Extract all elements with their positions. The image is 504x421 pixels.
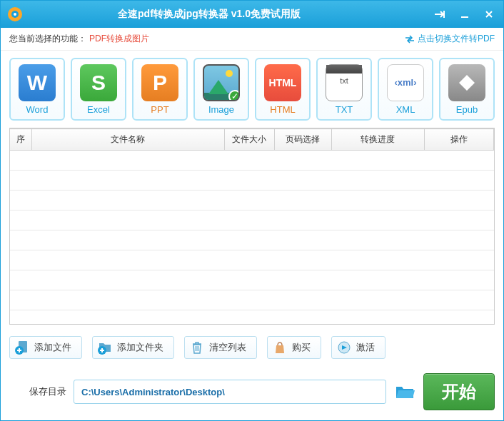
- shopping-bag-icon: [272, 340, 288, 355]
- window-title: 全速pdf转换成jpg转换器 v1.0免费试用版: [0, 8, 432, 21]
- action-buttons-row: 添加文件 添加文件夹 清空列表 购买 激活: [1, 332, 503, 367]
- save-dir-label: 保存目录: [29, 385, 66, 398]
- swap-icon: [405, 35, 415, 44]
- activate-button[interactable]: 激活: [331, 336, 385, 359]
- format-excel-label: Excel: [87, 104, 110, 115]
- format-txt-label: TXT: [336, 104, 353, 115]
- format-xml-button[interactable]: ‹xml› XML: [378, 58, 433, 121]
- txt-icon: txt: [326, 64, 363, 101]
- clear-list-button[interactable]: 清空列表: [184, 336, 257, 359]
- file-grid[interactable]: 序 文件名称 文件大小 页码选择 转换进度 操作: [9, 128, 495, 325]
- table-row: [10, 230, 494, 250]
- close-button[interactable]: [480, 7, 498, 21]
- switch-mode-link[interactable]: 点击切换文件转PDF: [405, 33, 495, 45]
- start-button[interactable]: 开始: [423, 373, 495, 410]
- image-icon: ✓: [203, 64, 240, 101]
- table-header-row: 序 文件名称 文件大小 页码选择 转换进度 操作: [10, 129, 494, 151]
- format-image-label: Image: [208, 104, 234, 115]
- format-epub-label: Epub: [456, 104, 478, 115]
- buy-button[interactable]: 购买: [267, 336, 321, 359]
- format-ppt-label: PPT: [151, 104, 168, 115]
- format-ppt-button[interactable]: P PPT: [132, 58, 188, 121]
- table-row: [10, 250, 494, 270]
- ppt-icon: P: [141, 64, 178, 101]
- format-word-button[interactable]: W Word: [9, 58, 65, 121]
- add-folder-icon: [97, 340, 113, 355]
- col-header-size[interactable]: 文件大小: [224, 129, 274, 151]
- browse-folder-button[interactable]: [393, 382, 416, 401]
- trash-icon: [189, 340, 205, 355]
- function-toolbar: 您当前选择的功能： PDF转换成图片 点击切换文件转PDF: [1, 28, 503, 51]
- table-row: [10, 290, 494, 310]
- table-row: [10, 151, 494, 171]
- bottom-row: 保存目录 开始: [1, 367, 503, 420]
- table-row: [10, 171, 494, 191]
- col-header-progress[interactable]: 转换进度: [331, 129, 424, 151]
- format-html-label: HTML: [270, 104, 295, 115]
- save-path-input[interactable]: [74, 380, 386, 404]
- word-icon: W: [19, 64, 56, 101]
- minimize-button[interactable]: [456, 7, 473, 21]
- window-buttons: [432, 7, 498, 21]
- xml-icon: ‹xml›: [387, 64, 424, 101]
- epub-icon: [448, 64, 485, 101]
- col-header-page[interactable]: 页码选择: [274, 129, 331, 151]
- format-word-label: Word: [26, 104, 49, 115]
- col-header-name[interactable]: 文件名称: [31, 129, 224, 151]
- format-image-button[interactable]: ✓ Image: [193, 58, 249, 121]
- add-file-icon: [14, 340, 30, 355]
- current-function-label: 您当前选择的功能：: [9, 33, 86, 45]
- table-row: [10, 270, 494, 290]
- format-html-button[interactable]: HTML HTML: [255, 58, 311, 121]
- add-file-button[interactable]: 添加文件: [9, 336, 82, 359]
- titlebar[interactable]: 全速pdf转换成jpg转换器 v1.0免费试用版: [1, 1, 503, 28]
- pin-button[interactable]: [432, 7, 449, 21]
- format-txt-button[interactable]: txt TXT: [316, 58, 372, 121]
- app-window: 全速pdf转换成jpg转换器 v1.0免费试用版 您当前选择的功能： PDF转换…: [0, 0, 504, 421]
- format-epub-button[interactable]: Epub: [439, 58, 495, 121]
- activate-icon: [336, 340, 352, 355]
- format-selector: W Word S Excel P PPT ✓ Image HTML HTML t…: [1, 51, 503, 128]
- col-header-action[interactable]: 操作: [424, 129, 494, 151]
- html-icon: HTML: [264, 64, 301, 101]
- add-folder-button[interactable]: 添加文件夹: [92, 336, 174, 359]
- svg-rect-3: [443, 11, 445, 18]
- format-excel-button[interactable]: S Excel: [71, 58, 126, 121]
- svg-rect-4: [461, 16, 468, 18]
- table-row: [10, 191, 494, 210]
- table-row: [10, 210, 494, 230]
- excel-icon: S: [80, 64, 117, 101]
- format-xml-label: XML: [396, 104, 415, 115]
- folder-icon: [395, 384, 415, 400]
- col-header-seq[interactable]: 序: [10, 129, 31, 151]
- current-function-value: PDF转换成图片: [89, 33, 149, 45]
